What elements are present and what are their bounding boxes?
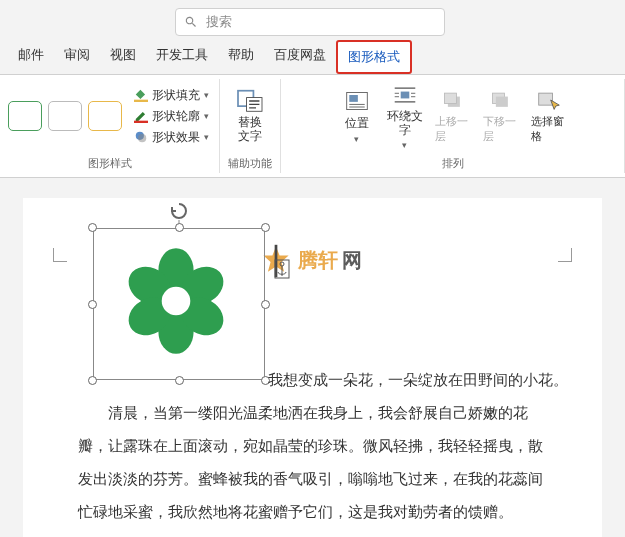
margin-corner-tr <box>558 248 572 262</box>
text-line-1[interactable]: 我想变成一朵花，一朵绽放在田野间的小花。 <box>268 371 568 390</box>
document-area[interactable]: 腾轩网 <box>0 178 625 537</box>
search-box[interactable]: 搜索 <box>175 8 445 36</box>
group-label-arrange: 排列 <box>442 154 464 173</box>
resize-handle-mr[interactable] <box>261 300 270 309</box>
shape-fill-button[interactable]: 形状填充▾ <box>132 86 211 105</box>
resize-handle-tr[interactable] <box>261 223 270 232</box>
shape-effects-button[interactable]: 形状效果▾ <box>132 128 211 147</box>
resize-handle-ml[interactable] <box>88 300 97 309</box>
tab-help[interactable]: 帮助 <box>218 40 264 74</box>
alt-text-button[interactable]: 替换 文字 <box>228 87 272 146</box>
send-backward-button[interactable]: 下移一层 <box>479 86 523 146</box>
svg-point-22 <box>162 286 191 315</box>
chevron-down-icon: ▾ <box>402 140 407 150</box>
position-icon <box>343 89 371 113</box>
bring-forward-icon <box>439 88 467 112</box>
svg-rect-10 <box>444 94 456 104</box>
page[interactable]: 腾轩网 <box>23 198 602 537</box>
tab-review[interactable]: 审阅 <box>54 40 100 74</box>
position-button[interactable]: 位置▾ <box>335 87 379 146</box>
svg-rect-13 <box>538 94 552 106</box>
group-shape-styles: 形状填充▾ 形状轮廓▾ 形状效果▾ 图形样式 <box>0 79 220 173</box>
resize-handle-bm[interactable] <box>175 376 184 385</box>
paint-bucket-icon <box>134 88 148 102</box>
svg-rect-1 <box>134 121 148 123</box>
tab-dev-tools[interactable]: 开发工具 <box>146 40 218 74</box>
svg-rect-7 <box>349 95 358 102</box>
resize-handle-tm[interactable] <box>175 223 184 232</box>
group-label-shape-styles: 图形样式 <box>88 154 132 173</box>
shape-preset-2[interactable] <box>48 101 82 131</box>
tab-view[interactable]: 视图 <box>100 40 146 74</box>
chevron-down-icon: ▾ <box>354 134 359 144</box>
tab-shape-format[interactable]: 图形格式 <box>336 40 412 74</box>
margin-corner-tl <box>53 248 67 262</box>
shape-preset-1[interactable] <box>8 101 42 131</box>
effects-icon <box>134 130 148 144</box>
resize-handle-bl[interactable] <box>88 376 97 385</box>
selection-pane-button[interactable]: 选择窗格 <box>527 86 571 146</box>
svg-point-3 <box>138 134 146 142</box>
pen-icon <box>134 109 148 123</box>
svg-rect-12 <box>495 97 507 107</box>
send-backward-icon <box>487 88 515 112</box>
svg-rect-8 <box>400 92 409 99</box>
chevron-down-icon: ▾ <box>204 111 209 121</box>
flower-shape[interactable] <box>121 246 231 356</box>
chevron-down-icon: ▾ <box>204 132 209 142</box>
svg-rect-0 <box>134 100 148 102</box>
selection-pane-icon <box>535 88 563 112</box>
shape-style-gallery[interactable] <box>8 101 122 131</box>
ribbon: 形状填充▾ 形状轮廓▾ 形状效果▾ 图形样式 替换 文字 辅助功能 <box>0 75 625 178</box>
group-label-accessibility: 辅助功能 <box>228 154 272 173</box>
selected-shape[interactable] <box>93 228 265 380</box>
group-accessibility: 替换 文字 辅助功能 <box>220 79 281 173</box>
wrap-text-icon <box>391 83 419 107</box>
search-placeholder: 搜索 <box>206 13 232 31</box>
shape-preset-3[interactable] <box>88 101 122 131</box>
ribbon-tabs: 邮件 审阅 视图 开发工具 帮助 百度网盘 图形格式 <box>0 40 625 75</box>
paragraph-1[interactable]: 清晨，当第一缕阳光温柔地洒在我身上，我会舒展自己娇嫩的花瓣，让露珠在上面滚动，宛… <box>78 396 547 528</box>
tab-baidu-netdisk[interactable]: 百度网盘 <box>264 40 336 74</box>
search-icon <box>184 15 198 29</box>
tab-mail[interactable]: 邮件 <box>8 40 54 74</box>
alt-text-icon <box>236 89 264 113</box>
resize-handle-tl[interactable] <box>88 223 97 232</box>
shape-outline-button[interactable]: 形状轮廓▾ <box>132 107 211 126</box>
svg-point-15 <box>280 262 284 266</box>
bring-forward-button[interactable]: 上移一层 <box>431 86 475 146</box>
anchor-icon <box>273 258 291 280</box>
group-arrange: 位置▾ 环绕文 字▾ 上移一层 下移一层 选择窗格 排列 <box>281 79 625 173</box>
chevron-down-icon: ▾ <box>204 90 209 100</box>
wrap-text-button[interactable]: 环绕文 字▾ <box>383 81 427 152</box>
